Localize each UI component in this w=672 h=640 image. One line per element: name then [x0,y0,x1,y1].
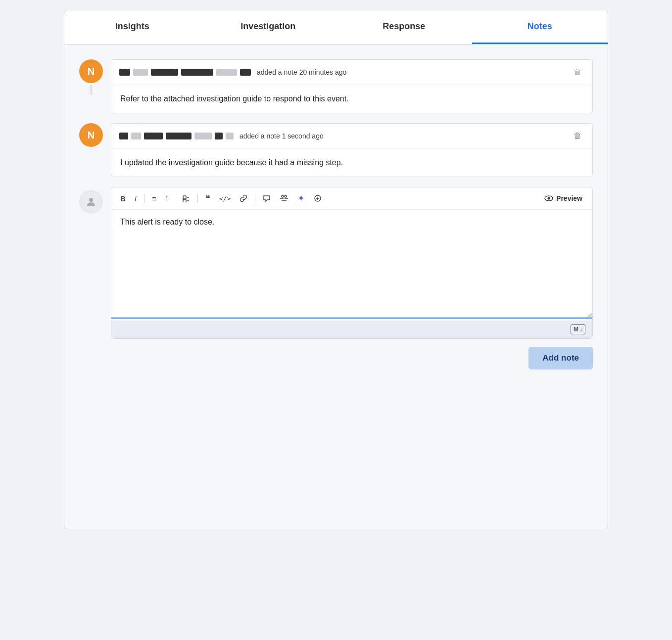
composer-avatar [79,190,103,214]
note-header-1: added a note 20 minutes ago 🗑 [111,60,592,85]
svg-point-7 [285,195,287,197]
markdown-badge: M ↓ [571,324,585,334]
redacted-9 [144,133,163,139]
tab-investigation[interactable]: Investigation [200,10,336,44]
tab-bar: Insights Investigation Response Notes [64,10,608,45]
toolbar-code[interactable]: </> [216,193,234,204]
add-note-button[interactable]: Add note [528,347,593,369]
toolbar-italic[interactable]: I [132,193,140,204]
note-card-2: added a note 1 second ago 🗑 I updated th… [111,123,593,177]
link-icon [240,194,247,202]
note-entry-2: N added a note 1 second ago 🗑 [79,123,593,177]
svg-text:1.: 1. [165,195,170,201]
notes-content: N added a note 20 minutes ago 🗑 [64,45,608,379]
avatar-1: N [79,59,103,83]
note-time-2: added a note 1 second ago [240,132,324,140]
avatar-2: N [79,123,103,147]
redacted-12 [215,133,223,139]
svg-point-15 [548,197,550,200]
redacted-1 [119,69,130,76]
note-card-1: added a note 20 minutes ago 🗑 Refer to t… [111,59,593,113]
toolbar-comment[interactable] [260,193,274,204]
tab-insights[interactable]: Insights [64,10,200,44]
redacted-3 [151,69,178,76]
eye-icon [544,195,553,202]
toolbar-sep-3 [255,194,255,203]
actions-row: Add note [79,347,593,369]
note-author-info-1: added a note 20 minutes ago [119,68,346,76]
note-author-info-2: added a note 1 second ago [119,132,324,140]
preview-button[interactable]: Preview [540,193,586,204]
svg-rect-4 [183,199,186,202]
composer-box: B I ≡ 1. [111,187,593,339]
preview-label: Preview [556,194,582,202]
redacted-7 [119,133,128,139]
toolbar-task[interactable] [179,193,193,204]
toolbar-quote[interactable]: ❝ [202,191,213,205]
markdown-footer: M ↓ [111,320,592,338]
redacted-11 [194,133,212,139]
main-panel: Insights Investigation Response Notes N [64,10,608,529]
delete-note-1[interactable]: 🗑 [571,67,584,78]
toolbar-ol[interactable]: 1. [162,193,176,204]
note-entry-1: N added a note 20 minutes ago 🗑 [79,59,593,113]
attach-icon [314,194,322,202]
avatar-line-1 [91,85,92,95]
note-body-2: I updated the investigation guide becaus… [111,149,592,177]
delete-note-2[interactable]: 🗑 [571,131,584,141]
comment-icon [263,194,271,202]
redacted-4 [181,69,213,76]
tab-notes[interactable]: Notes [472,10,608,44]
markdown-down-arrow: ↓ [579,326,582,333]
mention-icon [280,194,288,203]
toolbar-link[interactable] [237,193,250,204]
svg-point-0 [89,198,93,202]
ordered-list-icon: 1. [165,194,173,202]
redacted-2 [133,69,148,76]
tab-response[interactable]: Response [336,10,472,44]
toolbar-ul[interactable]: ≡ [149,193,159,204]
toolbar-bold[interactable]: B [117,193,129,204]
svg-rect-2 [183,196,186,199]
redacted-5 [216,69,237,76]
note-body-1: Refer to the attached investigation guid… [111,85,592,113]
avatar-col-1: N [79,59,103,95]
task-list-icon [182,194,190,202]
avatar-col-2: N [79,123,103,147]
toolbar-mention[interactable] [277,192,291,204]
editor-toolbar: B I ≡ 1. [111,187,592,210]
composer-wrap: B I ≡ 1. [79,187,593,339]
toolbar-sep-2 [197,194,198,203]
redacted-13 [226,133,234,139]
svg-point-6 [282,195,284,197]
redacted-10 [166,133,192,139]
toolbar-sep-1 [144,194,144,203]
note-header-2: added a note 1 second ago 🗑 [111,124,592,149]
markdown-label: M [574,326,578,333]
redacted-8 [131,133,141,139]
note-editor[interactable] [111,210,592,319]
redacted-6 [240,69,251,76]
toolbar-ai[interactable]: ✦ [294,191,308,205]
user-icon [85,196,97,208]
note-time-1: added a note 20 minutes ago [257,68,346,76]
toolbar-attach[interactable] [311,193,325,204]
